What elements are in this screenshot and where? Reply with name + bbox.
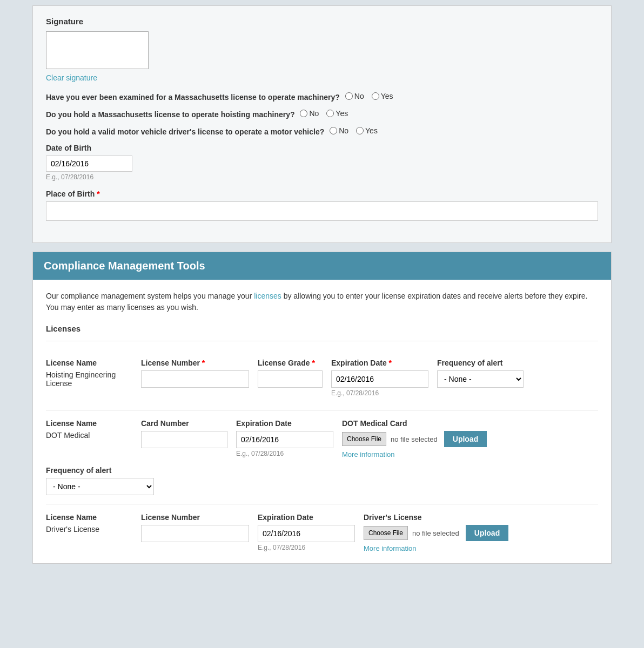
dot-license-name-header: License Name — [46, 419, 132, 428]
q3-yes-option[interactable]: Yes — [356, 126, 378, 135]
date-of-birth-label: Date of Birth — [46, 144, 598, 152]
hoisting-ln-required: * — [202, 359, 205, 367]
driver-choose-file-button[interactable]: Choose File — [364, 526, 408, 540]
dot-upper: License Name DOT Medical Card Number Exp… — [46, 419, 598, 458]
dot-expiration-input[interactable] — [236, 431, 333, 448]
q1-yes-option[interactable]: Yes — [372, 92, 393, 100]
place-of-birth-group: Place of Birth * — [46, 190, 598, 221]
question-2-row: Do you hold a Massachusetts license to o… — [46, 109, 598, 119]
driver-expiration-hint: E.g., 07/28/2016 — [258, 544, 355, 551]
date-of-birth-group: Date of Birth E.g., 07/28/2016 — [46, 144, 598, 181]
signature-canvas[interactable] — [46, 31, 149, 69]
q1-yes-label: Yes — [381, 92, 393, 100]
dot-license-name-value: DOT Medical — [46, 431, 132, 440]
driver-expiration-input[interactable] — [258, 525, 355, 542]
q2-no-option[interactable]: No — [300, 109, 319, 118]
driver-license-number-col: License Number — [141, 513, 249, 542]
hoisting-freq-header: Frequency of alert — [437, 359, 524, 367]
hoisting-license-name-col: License Name Hoisting Engineering Licens… — [46, 359, 132, 388]
q3-yes-label: Yes — [365, 126, 378, 135]
hoisting-lg-required: * — [312, 359, 314, 367]
place-of-birth-input[interactable] — [46, 201, 598, 221]
dot-license-name-col: License Name DOT Medical — [46, 419, 132, 440]
dot-expiration-col: Expiration Date E.g., 07/28/2016 — [236, 419, 333, 457]
dot-card-number-header: Card Number — [141, 419, 227, 428]
driver-expiration-header: Expiration Date — [258, 513, 355, 522]
hoisting-freq-select[interactable]: - None - Daily Weekly Monthly — [437, 370, 524, 388]
dot-freq-header: Frequency of alert — [46, 466, 598, 475]
question-3-text: Do you hold a valid motor vehicle driver… — [46, 127, 324, 136]
drivers-license-row: License Name Driver's License License Nu… — [46, 504, 598, 552]
hoisting-exp-required: * — [389, 359, 392, 367]
hoisting-license-number-header: License Number * — [141, 359, 249, 367]
dot-medical-card-header: DOT Medical Card — [342, 419, 487, 428]
driver-no-file-text: no file selected — [412, 529, 459, 537]
driver-upload-area: Choose File no file selected Upload More… — [364, 525, 508, 552]
question-2-text: Do you hold a Massachusetts license to o… — [46, 110, 295, 119]
driver-expiration-col: Expiration Date E.g., 07/28/2016 — [258, 513, 355, 551]
q1-no-label: No — [354, 92, 364, 100]
place-of-birth-label: Place of Birth * — [46, 190, 598, 198]
licenses-link[interactable]: licenses — [254, 292, 281, 300]
dot-medical-row: License Name DOT Medical Card Number Exp… — [46, 410, 598, 504]
dot-upload-button[interactable]: Upload — [444, 431, 487, 447]
question-1-text: Have you ever been examined for a Massac… — [46, 93, 340, 102]
driver-upload-button[interactable]: Upload — [466, 525, 508, 541]
driver-license-number-header: License Number — [141, 513, 249, 522]
compliance-description: Our compliance management system helps y… — [46, 291, 598, 313]
q3-yes-radio[interactable] — [356, 127, 364, 134]
dot-expiration-header: Expiration Date — [236, 419, 333, 428]
compliance-section: Compliance Management Tools Our complian… — [32, 252, 612, 564]
driver-license-name-col: License Name Driver's License — [46, 513, 132, 534]
hoisting-license-grade-col: License Grade * — [258, 359, 323, 388]
hoisting-license-name-header: License Name — [46, 359, 132, 367]
driver-license-number-input[interactable] — [141, 525, 249, 542]
clear-signature-link[interactable]: Clear signature — [46, 73, 97, 82]
date-of-birth-hint: E.g., 07/28/2016 — [46, 173, 598, 181]
top-section: Signature Clear signature Have you ever … — [32, 5, 612, 243]
hoisting-expiration-input[interactable] — [331, 370, 428, 388]
question-3-options: No Yes — [330, 126, 378, 135]
licenses-label: Licenses — [46, 324, 598, 333]
q3-no-radio[interactable] — [330, 127, 337, 134]
dot-expiration-hint: E.g., 07/28/2016 — [236, 450, 333, 457]
compliance-header: Compliance Management Tools — [33, 252, 611, 280]
dot-card-number-input[interactable] — [141, 431, 227, 448]
hoisting-license-grade-input[interactable] — [258, 370, 323, 388]
hoisting-license-inner: License Name Hoisting Engineering Licens… — [46, 350, 598, 401]
q2-yes-option[interactable]: Yes — [326, 109, 348, 118]
q1-no-option[interactable]: No — [345, 92, 364, 100]
dot-upload-row: Choose File no file selected Upload — [342, 431, 487, 447]
q1-no-radio[interactable] — [345, 92, 353, 100]
dot-more-info-link[interactable]: More information — [342, 450, 487, 458]
dot-upload-area: Choose File no file selected Upload More… — [342, 431, 487, 458]
compliance-body: Our compliance management system helps y… — [33, 280, 611, 563]
date-of-birth-input[interactable] — [46, 156, 132, 172]
hoisting-expiration-hint: E.g., 07/28/2016 — [331, 389, 428, 397]
driver-license-name-header: License Name — [46, 513, 132, 522]
question-1-row: Have you ever been examined for a Massac… — [46, 92, 598, 102]
dot-card-number-col: Card Number — [141, 419, 227, 448]
hoisting-license-number-input[interactable] — [141, 370, 249, 388]
driver-upload-row: Choose File no file selected Upload — [364, 525, 508, 541]
driver-license-upload-header: Driver's License — [364, 513, 508, 522]
dot-choose-file-button[interactable]: Choose File — [342, 432, 386, 446]
hoisting-freq-col: Frequency of alert - None - Daily Weekly… — [437, 359, 524, 388]
q3-no-option[interactable]: No — [330, 126, 348, 135]
dot-medical-card-col: DOT Medical Card Choose File no file sel… — [342, 419, 487, 458]
driver-more-info-link[interactable]: More information — [364, 544, 508, 552]
driver-license-name-value: Driver's License — [46, 525, 132, 534]
signature-label: Signature — [46, 17, 598, 26]
driver-license-upload-col: Driver's License Choose File no file sel… — [364, 513, 508, 552]
hoisting-expiration-header: Expiration Date * — [331, 359, 428, 367]
q2-no-label: No — [309, 109, 319, 118]
hoisting-license-grade-header: License Grade * — [258, 359, 323, 367]
q2-yes-radio[interactable] — [326, 110, 334, 117]
hoisting-expiration-col: Expiration Date * E.g., 07/28/2016 — [331, 359, 428, 397]
dot-freq-select[interactable]: - None - Daily Weekly Monthly — [46, 478, 154, 495]
hoisting-license-name-value: Hoisting Engineering License — [46, 370, 132, 388]
dot-no-file-text: no file selected — [391, 435, 438, 443]
dot-lower: Frequency of alert - None - Daily Weekly… — [46, 466, 598, 495]
q2-no-radio[interactable] — [300, 110, 307, 117]
q1-yes-radio[interactable] — [372, 92, 379, 100]
